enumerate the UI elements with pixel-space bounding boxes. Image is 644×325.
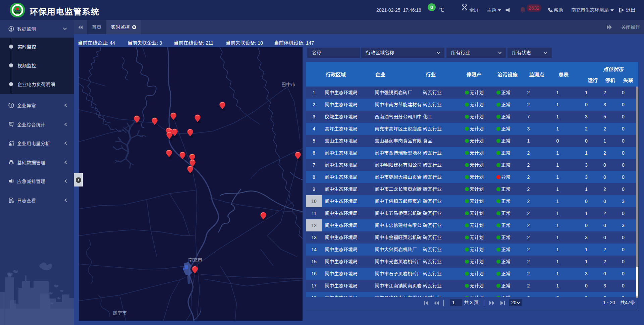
svg-text:遂宁市: 遂宁市 bbox=[113, 310, 127, 316]
svg-text:巴中市: 巴中市 bbox=[281, 82, 296, 87]
svg-text:南充市: 南充市 bbox=[188, 257, 202, 263]
